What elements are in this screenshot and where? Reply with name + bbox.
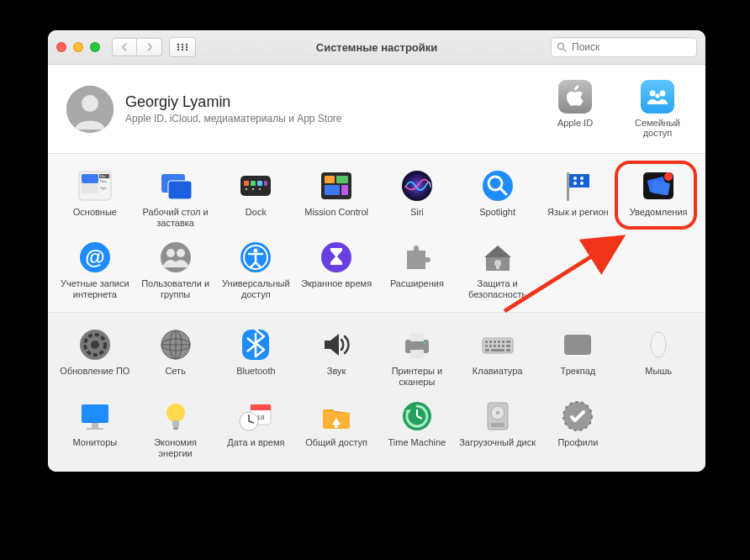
mouse-pane[interactable]: Мышь: [618, 325, 699, 391]
profiles-pane[interactable]: Профили: [538, 396, 619, 462]
security-pane[interactable]: Защита и безопасность: [457, 237, 538, 304]
spotlight-pane[interactable]: Spotlight: [457, 166, 538, 232]
panes-section-1: File New Ope Основные Рабочий стол и зас…: [48, 154, 705, 313]
family-icon: [646, 88, 669, 105]
svg-point-114: [496, 411, 499, 415]
puzzle-icon: [400, 240, 434, 274]
svg-point-7: [182, 49, 183, 50]
svg-rect-97: [82, 404, 108, 423]
general-pane[interactable]: File New Ope Основные: [55, 166, 135, 232]
trackpad-pane[interactable]: Трекпад: [538, 325, 619, 391]
mission-control-pane[interactable]: Mission Control: [296, 166, 377, 232]
dock-pane[interactable]: Dock: [216, 166, 297, 232]
printers-pane[interactable]: Принтеры и сканеры: [377, 325, 457, 391]
general-icon: File New Ope: [78, 169, 112, 203]
user-row: Georgiy Lyamin Apple ID, iCloud, медиама…: [48, 65, 705, 154]
svg-point-55: [161, 242, 191, 272]
svg-rect-31: [264, 181, 267, 186]
search-icon: [557, 42, 567, 52]
sound-pane[interactable]: Звук: [296, 325, 377, 391]
startup-disk-pane[interactable]: Загрузочный диск: [457, 396, 538, 462]
search-input[interactable]: [570, 40, 700, 54]
profiles-icon: [561, 399, 594, 433]
gear-icon: [78, 328, 112, 362]
notifications-pane[interactable]: Уведомления: [618, 166, 699, 232]
trackpad-label: Трекпад: [561, 366, 596, 388]
svg-rect-80: [485, 341, 488, 343]
accessibility-label: Универсальный доступ: [218, 278, 295, 300]
hourglass-icon: [320, 240, 353, 274]
svg-point-67: [91, 341, 99, 349]
internet-accounts-pane[interactable]: @ Учетные записи интернета: [55, 237, 135, 304]
family-sharing-pane[interactable]: Семейный доступ: [628, 80, 687, 138]
user-subtitle: Apple ID, iCloud, медиаматериалы и App S…: [125, 113, 342, 124]
keyboard-pane[interactable]: Клавиатура: [457, 325, 538, 391]
flag-icon: [561, 169, 594, 203]
network-pane[interactable]: Сеть: [135, 325, 216, 391]
minimize-button[interactable]: [73, 42, 83, 52]
svg-rect-89: [498, 345, 500, 347]
grid-icon: [177, 43, 188, 51]
display-icon: [78, 399, 112, 433]
avatar[interactable]: [66, 86, 114, 133]
users-groups-label: Пользователи и группы: [137, 278, 214, 300]
svg-point-14: [660, 91, 666, 97]
siri-pane[interactable]: Siri: [377, 166, 457, 232]
sharing-label: Общий доступ: [305, 437, 367, 459]
search-field-wrap[interactable]: [551, 37, 697, 57]
language-region-pane[interactable]: Язык и регион: [538, 166, 619, 232]
time-machine-label: Time Machine: [388, 437, 446, 459]
displays-pane[interactable]: Мониторы: [55, 396, 135, 462]
maximize-button[interactable]: [90, 42, 100, 52]
mission-control-icon: [320, 169, 353, 203]
svg-point-9: [558, 44, 564, 50]
bluetooth-icon: [239, 328, 272, 362]
displays-label: Мониторы: [73, 437, 118, 459]
bluetooth-pane[interactable]: Bluetooth: [216, 325, 297, 391]
internet-accounts-label: Учетные записи интернета: [56, 278, 134, 300]
extensions-label: Расширения: [390, 278, 444, 300]
svg-point-57: [177, 249, 185, 257]
svg-point-45: [573, 177, 577, 180]
svg-point-96: [651, 332, 666, 357]
mouse-label: Мышь: [645, 366, 672, 388]
extensions-pane[interactable]: Расширения: [377, 237, 457, 304]
notifications-label: Уведомления: [630, 207, 688, 229]
accessibility-pane[interactable]: Универсальный доступ: [216, 237, 297, 304]
header-panes: Apple ID Семейный доступ: [546, 80, 687, 138]
mouse-icon: [642, 328, 675, 362]
svg-rect-115: [491, 423, 504, 427]
svg-point-6: [177, 49, 179, 50]
desktop-pane[interactable]: Рабочий стол и заставка: [135, 166, 216, 232]
accessibility-icon: [239, 240, 272, 274]
time-machine-icon: [400, 399, 434, 433]
svg-rect-39: [341, 185, 348, 195]
date-time-pane[interactable]: 18 Дата и время: [216, 396, 297, 462]
family-sharing-label: Семейный доступ: [628, 118, 687, 138]
svg-rect-82: [494, 341, 496, 343]
printer-icon: [400, 328, 434, 362]
trackpad-icon: [561, 328, 594, 362]
svg-rect-94: [506, 349, 510, 351]
forward-button[interactable]: [137, 38, 162, 56]
back-button[interactable]: [112, 38, 137, 56]
energy-pane[interactable]: Экономия энергии: [135, 396, 216, 462]
svg-point-15: [655, 93, 659, 98]
screen-time-pane[interactable]: Экранное время: [296, 237, 377, 304]
close-button[interactable]: [56, 42, 66, 52]
svg-point-12: [82, 95, 98, 112]
svg-rect-81: [489, 341, 492, 343]
svg-point-33: [252, 188, 254, 190]
time-machine-pane[interactable]: Time Machine: [377, 396, 457, 462]
svg-rect-87: [489, 345, 492, 347]
users-groups-pane[interactable]: Пользователи и группы: [135, 237, 216, 304]
security-label: Защита и безопасность: [459, 278, 536, 300]
apple-id-pane[interactable]: Apple ID: [546, 80, 605, 128]
svg-rect-36: [325, 176, 335, 183]
show-all-button[interactable]: [169, 37, 196, 57]
chevron-right-icon: [145, 43, 154, 51]
svg-rect-104: [251, 404, 271, 410]
software-update-pane[interactable]: Обновление ПО: [55, 325, 135, 391]
svg-rect-64: [496, 263, 499, 269]
sharing-pane[interactable]: Общий доступ: [296, 396, 377, 462]
